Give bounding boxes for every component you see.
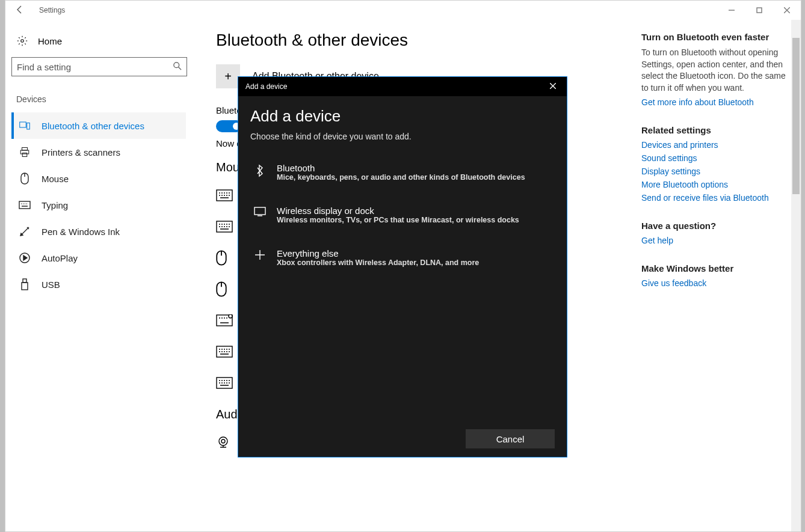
sidebar-item-bluetooth[interactable]: Bluetooth & other devices <box>11 112 186 139</box>
svg-point-2 <box>174 62 179 67</box>
close-button[interactable] <box>773 1 801 20</box>
sidebar-item-mouse[interactable]: Mouse <box>11 165 186 192</box>
option-bluetooth[interactable]: Bluetooth Mice, keyboards, pens, or audi… <box>250 156 555 189</box>
nav-label: AutoPlay <box>42 253 78 263</box>
add-device-dialog: Add a device Add a device Choose the kin… <box>238 76 567 457</box>
option-desc: Xbox controllers with Wireless Adapter, … <box>277 258 479 267</box>
svg-point-18 <box>229 314 232 318</box>
search-input[interactable]: Find a setting <box>11 57 187 76</box>
question-title: Have a question? <box>641 221 789 231</box>
keyboard-icon <box>216 346 233 359</box>
sidebar-item-autoplay[interactable]: AutoPlay <box>11 245 186 271</box>
svg-point-22 <box>221 439 225 443</box>
right-pane: Turn on Bluetooth even faster To turn on… <box>641 20 801 531</box>
option-title: Wireless display or dock <box>277 206 519 216</box>
plus-icon <box>253 249 267 263</box>
sidebar-item-usb[interactable]: USB <box>11 271 186 298</box>
related-title: Related settings <box>641 125 789 135</box>
keyboard-icon <box>216 314 233 328</box>
titlebar: Settings <box>5 1 801 20</box>
nav-label: USB <box>42 280 60 290</box>
sidebar: Home Find a setting Devices Bluetooth & … <box>5 20 192 531</box>
related-link[interactable]: Devices and printers <box>641 140 789 150</box>
printer-icon <box>19 147 31 157</box>
autoplay-icon <box>19 252 31 263</box>
option-title: Everything else <box>277 248 479 258</box>
option-desc: Wireless monitors, TVs, or PCs that use … <box>277 216 519 224</box>
scrollbar[interactable] <box>791 20 801 531</box>
keyboard-icon <box>216 189 233 203</box>
related-link[interactable]: Display settings <box>641 167 789 176</box>
page-title: Bluetooth & other devices <box>216 31 617 50</box>
plus-icon: + <box>216 64 240 88</box>
webcam-icon <box>216 435 230 451</box>
nav-label: Printers & scanners <box>42 147 120 157</box>
scrollbar-thumb[interactable] <box>792 38 800 194</box>
svg-rect-6 <box>20 150 29 154</box>
dialog-title: Add a device <box>250 107 555 126</box>
window-title: Settings <box>39 6 65 14</box>
pen-icon <box>19 226 31 237</box>
cancel-button[interactable]: Cancel <box>466 429 555 448</box>
svg-point-21 <box>219 437 227 445</box>
back-button[interactable] <box>13 5 27 16</box>
option-desc: Mice, keyboards, pens, or audio and othe… <box>277 173 525 182</box>
svg-rect-3 <box>20 122 26 127</box>
tip-link[interactable]: Get more info about Bluetooth <box>641 97 789 107</box>
mouse-icon <box>19 173 31 185</box>
dialog-caption: Add a device <box>245 82 287 91</box>
nav-label: Bluetooth & other devices <box>42 121 144 131</box>
svg-rect-4 <box>27 123 30 130</box>
better-title: Make Windows better <box>641 263 789 274</box>
option-title: Bluetooth <box>277 163 525 173</box>
tip-body: To turn on Bluetooth without opening Set… <box>641 47 789 94</box>
dialog-titlebar: Add a device <box>238 77 567 96</box>
svg-rect-9 <box>19 201 30 209</box>
keyboard-icon <box>216 221 233 234</box>
svg-point-1 <box>21 40 24 43</box>
devices-icon <box>19 121 31 130</box>
svg-rect-23 <box>254 207 265 215</box>
sidebar-section: Devices <box>16 94 186 104</box>
keyboard-icon <box>19 201 31 209</box>
home-label: Home <box>38 36 62 46</box>
mouse-icon <box>216 250 227 268</box>
svg-rect-7 <box>22 153 27 157</box>
nav-label: Typing <box>42 200 68 210</box>
dialog-close-button[interactable] <box>539 82 567 91</box>
related-link[interactable]: More Bluetooth options <box>641 180 789 189</box>
nav-label: Mouse <box>42 174 69 184</box>
get-help-link[interactable]: Get help <box>641 236 789 245</box>
dialog-subtitle: Choose the kind of device you want to ad… <box>250 132 555 141</box>
sidebar-item-typing[interactable]: Typing <box>11 192 186 218</box>
svg-rect-0 <box>757 8 762 13</box>
monitor-icon <box>253 207 267 219</box>
minimize-button[interactable] <box>718 1 745 20</box>
option-everything-else[interactable]: Everything else Xbox controllers with Wi… <box>250 241 555 274</box>
nav-label: Pen & Windows Ink <box>42 227 120 237</box>
sidebar-item-pen[interactable]: Pen & Windows Ink <box>11 218 186 245</box>
feedback-link[interactable]: Give us feedback <box>641 278 789 288</box>
svg-rect-12 <box>22 283 28 290</box>
svg-rect-11 <box>23 279 26 283</box>
related-link[interactable]: Send or receive files via Bluetooth <box>641 193 789 203</box>
mouse-icon <box>216 281 227 299</box>
home-link[interactable]: Home <box>11 31 186 57</box>
usb-icon <box>19 278 31 290</box>
maximize-button[interactable] <box>745 1 773 20</box>
gear-icon <box>16 35 28 46</box>
search-icon <box>173 62 182 72</box>
tip-title: Turn on Bluetooth even faster <box>641 32 789 42</box>
svg-rect-5 <box>22 148 28 151</box>
bluetooth-icon <box>253 164 267 180</box>
sidebar-item-printers[interactable]: Printers & scanners <box>11 139 186 165</box>
search-placeholder: Find a setting <box>17 62 173 72</box>
option-wireless-display[interactable]: Wireless display or dock Wireless monito… <box>250 198 555 231</box>
related-link[interactable]: Sound settings <box>641 153 789 163</box>
keyboard-icon <box>216 377 233 391</box>
